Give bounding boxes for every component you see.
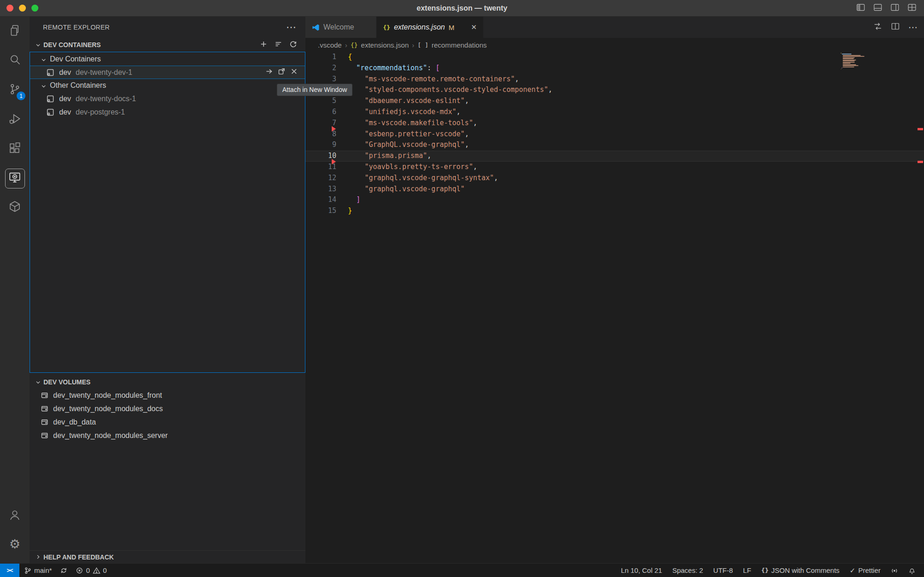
line-number: 1 [305, 52, 336, 63]
error-count: 0 [86, 566, 90, 574]
split-editor-icon[interactable] [891, 22, 900, 33]
volume-item[interactable]: dev_twenty_node_modules_docs [30, 402, 305, 415]
line-text: "ms-vscode.makefile-tools", [336, 118, 477, 129]
toggle-sidebar-icon[interactable] [856, 3, 865, 14]
dev-volumes-section-header[interactable]: DEV VOLUMES [30, 376, 305, 389]
code-line-1[interactable]: 1{ [305, 52, 924, 63]
minimap[interactable] [841, 53, 874, 70]
tree-group-other-containers[interactable]: Other Containers [30, 79, 305, 92]
notifications-button[interactable] [908, 567, 916, 574]
help-and-feedback-section-header[interactable]: HELP AND FEEDBACK [30, 550, 305, 563]
new-container-plus-icon[interactable] [260, 40, 267, 49]
container-item-dev-twenty-dev-1[interactable]: dev dev-twenty-dev-1 [30, 66, 305, 79]
git-modified-badge: M [449, 24, 455, 31]
activity-accounts-button[interactable] [0, 503, 30, 529]
code-line-4[interactable]: 4 "styled-components.vscode-styled-compo… [305, 85, 924, 96]
symbol-array-icon: [ ] [418, 42, 428, 49]
language-mode[interactable]: {} JSON with Comments [761, 566, 839, 574]
sidebar-more-actions-icon[interactable]: ⋯ [286, 22, 296, 32]
volume-icon [41, 405, 49, 413]
attach-in-new-window-icon[interactable] [278, 67, 286, 77]
line-number: 12 [305, 173, 336, 184]
layout-controls [856, 0, 917, 17]
open-changes-icon[interactable] [873, 22, 882, 33]
branch-status[interactable]: main* [24, 566, 52, 574]
filter-list-icon[interactable] [274, 40, 282, 49]
volume-icon [41, 418, 49, 426]
refresh-icon[interactable] [289, 40, 297, 49]
sync-icon [60, 567, 67, 574]
code-line-3[interactable]: 3 "ms-vscode-remote.remote-containers", [305, 74, 924, 85]
breadcrumb-separator: › [345, 41, 347, 49]
language-label: JSON with Comments [772, 566, 840, 574]
code-line-5[interactable]: 5 "dbaeumer.vscode-eslint", [305, 96, 924, 107]
container-description: dev-twenty-dev-1 [76, 68, 133, 77]
problems-status[interactable]: 0 0 [76, 566, 107, 574]
cursor-position[interactable]: Ln 10, Col 21 [621, 566, 662, 574]
container-icon [46, 108, 55, 116]
sync-button[interactable] [60, 567, 67, 574]
close-window-button[interactable] [6, 5, 13, 12]
code-line-13[interactable]: 13 "graphql.vscode-graphql" [305, 184, 924, 195]
line-text: "prisma.prisma", [336, 151, 432, 162]
minimap-line [843, 56, 864, 57]
line-text: "GraphQL.vscode-graphql", [336, 140, 469, 151]
dev-containers-section-label: DEV CONTAINERS [43, 41, 101, 49]
eol-sequence[interactable]: LF [743, 566, 751, 574]
volume-item[interactable]: dev_twenty_node_modules_server [30, 429, 305, 442]
code-line-9[interactable]: 9 "GraphQL.vscode-graphql", [305, 140, 924, 151]
minimap-line [843, 63, 851, 64]
minimap-line [842, 67, 842, 68]
code-line-12[interactable]: 12 "graphql.vscode-graphql-syntax", [305, 173, 924, 184]
formatter-status[interactable]: ✓ Prettier [850, 566, 881, 575]
line-number: 5 [305, 96, 336, 107]
activity-explorer-button[interactable] [0, 18, 30, 45]
breadcrumb-symbol[interactable]: recommendations [432, 41, 486, 49]
error-icon [76, 567, 83, 574]
dev-containers-section-header[interactable]: DEV CONTAINERS [30, 38, 305, 52]
toggle-secondary-sidebar-icon[interactable] [890, 3, 900, 14]
activity-search-button[interactable] [0, 47, 30, 74]
activity-settings-button[interactable]: ⚙ [0, 531, 30, 558]
code-line-2[interactable]: 2 "recommendations": [ [305, 63, 924, 74]
code-line-14[interactable]: 14 ] [305, 194, 924, 206]
tab-welcome[interactable]: Welcome [305, 17, 377, 38]
activity-run-debug-button[interactable] [0, 106, 30, 133]
volume-item[interactable]: dev_twenty_node_modules_front [30, 389, 305, 402]
zoom-window-button[interactable] [31, 5, 38, 12]
code-line-7[interactable]: 7 "ms-vscode.makefile-tools", [305, 118, 924, 129]
code-line-8[interactable]: 8 "esbenp.prettier-vscode", [305, 129, 924, 140]
volume-item[interactable]: dev_db_data [30, 415, 305, 429]
container-item-dev-twenty-docs-1[interactable]: dev dev-twenty-docs-1 [30, 92, 305, 105]
broadcast-button[interactable] [891, 567, 898, 574]
activity-dev-containers-button[interactable] [0, 194, 30, 221]
code-line-10[interactable]: 10 "prisma.prisma", [305, 151, 924, 162]
account-icon [8, 509, 21, 523]
breadcrumb-folder[interactable]: .vscode [318, 41, 342, 49]
encoding[interactable]: UTF-8 [713, 566, 733, 574]
activity-extensions-button[interactable] [0, 136, 30, 163]
tab-extensions-json[interactable]: {} extensions.json M ✕ [377, 17, 483, 38]
minimize-window-button[interactable] [19, 5, 26, 12]
activity-remote-explorer-button[interactable] [0, 165, 30, 192]
activity-source-control-button[interactable]: 1 [0, 77, 30, 103]
line-text: "esbenp.prettier-vscode", [336, 129, 469, 140]
code-line-6[interactable]: 6 "unifiedjs.vscode-mdx", [305, 107, 924, 118]
customize-layout-icon[interactable] [907, 3, 917, 14]
volume-label: dev_twenty_node_modules_docs [53, 405, 163, 413]
stop-container-close-icon[interactable] [290, 67, 298, 77]
code-line-15[interactable]: 15} [305, 206, 924, 217]
breadcrumb-file[interactable]: extensions.json [361, 41, 408, 49]
toggle-panel-icon[interactable] [873, 3, 882, 14]
attach-container-arrow-icon[interactable] [265, 67, 273, 77]
indentation[interactable]: Spaces: 2 [672, 566, 703, 574]
remote-indicator[interactable]: >< [0, 564, 19, 577]
remote-explorer-sidebar: REMOTE EXPLORER ⋯ DEV CONTAINERS Dev Con… [30, 17, 305, 563]
more-actions-icon[interactable]: ⋯ [908, 23, 918, 32]
close-tab-icon[interactable]: ✕ [471, 23, 477, 31]
code-line-11[interactable]: 11 "yoavbls.pretty-ts-errors", [305, 162, 924, 173]
remote-explorer-icon [8, 171, 21, 186]
search-icon [8, 53, 21, 68]
container-item-dev-postgres-1[interactable]: dev dev-postgres-1 [30, 105, 305, 119]
tree-group-dev-containers[interactable]: Dev Containers [30, 53, 305, 66]
